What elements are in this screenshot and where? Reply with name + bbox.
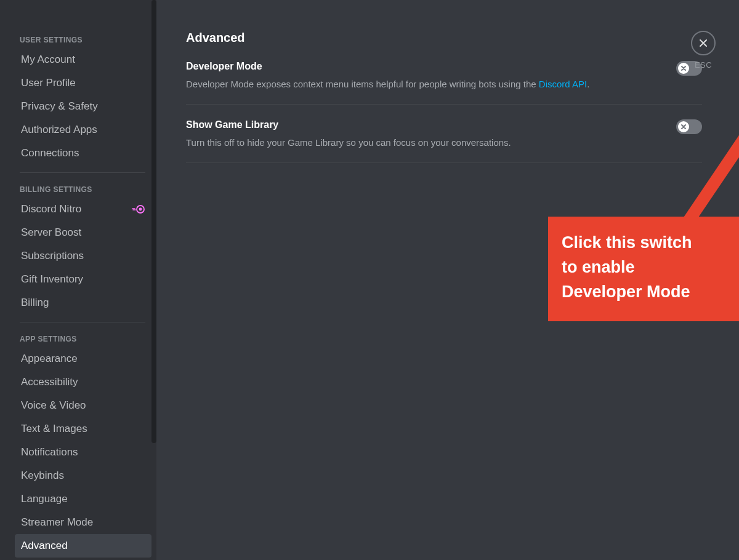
annotation-arrow-icon <box>668 92 739 234</box>
sidebar-item-label: Discord Nitro <box>21 202 81 216</box>
setting-description: Developer Mode exposes context menu item… <box>186 78 664 90</box>
section-header-app-settings: APP SETTINGS <box>15 330 151 347</box>
setting-row-show-game-library: Show Game Library Turn this off to hide … <box>186 119 702 163</box>
sidebar-item-label: Streamer Mode <box>21 516 93 529</box>
sidebar-item-label: Authorized Apps <box>21 123 97 137</box>
sidebar-divider <box>20 172 145 173</box>
sidebar-item-label: Notifications <box>21 446 78 459</box>
sidebar-item-billing[interactable]: Billing <box>15 291 151 314</box>
close-area: ESC <box>691 31 716 70</box>
setting-desc-pre: Turn this off to hide your Game Library … <box>186 137 511 148</box>
sidebar-item-my-account[interactable]: My Account <box>15 48 151 71</box>
sidebar-item-gift-inventory[interactable]: Gift Inventory <box>15 268 151 291</box>
toggle-knob <box>678 63 689 74</box>
close-icon <box>698 38 708 48</box>
settings-sidebar: USER SETTINGS My Account User Profile Pr… <box>0 0 156 560</box>
sidebar-item-label: Accessibility <box>21 375 78 389</box>
sidebar-item-label: User Profile <box>21 76 76 90</box>
close-label: ESC <box>695 60 712 70</box>
setting-description: Turn this off to hide your Game Library … <box>186 137 664 149</box>
setting-desc-post: . <box>587 79 589 89</box>
sidebar-item-privacy-safety[interactable]: Privacy & Safety <box>15 95 151 118</box>
sidebar-item-label: My Account <box>21 53 75 66</box>
sidebar-item-server-boost[interactable]: Server Boost <box>15 221 151 244</box>
sidebar-item-streamer-mode[interactable]: Streamer Mode <box>15 511 151 534</box>
sidebar-item-label: Voice & Video <box>21 399 86 412</box>
discord-api-link[interactable]: Discord API <box>539 79 587 89</box>
annotation-line: Developer Mode <box>562 282 690 301</box>
sidebar-item-keybinds[interactable]: Keybinds <box>15 464 151 487</box>
setting-desc-pre: Developer Mode exposes context menu item… <box>186 79 539 89</box>
page-title: Advanced <box>186 31 702 45</box>
setting-title: Show Game Library <box>186 119 664 130</box>
sidebar-item-label: Subscriptions <box>21 249 84 263</box>
show-game-library-toggle[interactable] <box>676 119 702 134</box>
sidebar-item-label: Gift Inventory <box>21 273 83 286</box>
sidebar-item-label: Language <box>21 492 68 506</box>
setting-row-developer-mode: Developer Mode Developer Mode exposes co… <box>186 61 702 105</box>
sidebar-item-voice-video[interactable]: Voice & Video <box>15 394 151 417</box>
setting-left: Developer Mode Developer Mode exposes co… <box>186 61 676 90</box>
setting-title: Developer Mode <box>186 61 664 72</box>
close-button[interactable] <box>691 31 716 55</box>
nitro-badge-icon <box>132 205 145 214</box>
sidebar-item-text-images[interactable]: Text & Images <box>15 417 151 441</box>
sidebar-item-label: Advanced <box>21 539 68 553</box>
sidebar-item-subscriptions[interactable]: Subscriptions <box>15 244 151 268</box>
sidebar-item-user-profile[interactable]: User Profile <box>15 71 151 95</box>
sidebar-item-accessibility[interactable]: Accessibility <box>15 370 151 394</box>
sidebar-item-label: Connections <box>21 146 79 160</box>
sidebar-scrollbar[interactable] <box>151 0 156 443</box>
settings-content: Advanced Developer Mode Developer Mode e… <box>156 0 739 560</box>
x-icon <box>680 65 687 71</box>
annotation-line: to enable <box>562 258 635 276</box>
sidebar-item-label: Server Boost <box>21 226 81 239</box>
section-header-billing-settings: BILLING SETTINGS <box>15 180 151 198</box>
sidebar-item-language[interactable]: Language <box>15 487 151 511</box>
sidebar-item-label: Privacy & Safety <box>21 100 98 113</box>
sidebar-item-authorized-apps[interactable]: Authorized Apps <box>15 118 151 142</box>
sidebar-item-connections[interactable]: Connections <box>15 142 151 165</box>
sidebar-item-label: Text & Images <box>21 422 87 436</box>
svg-point-1 <box>139 208 142 211</box>
sidebar-item-label: Appearance <box>21 352 78 366</box>
sidebar-item-label: Billing <box>21 296 49 310</box>
setting-left: Show Game Library Turn this off to hide … <box>186 119 676 149</box>
settings-window: USER SETTINGS My Account User Profile Pr… <box>0 0 739 560</box>
sidebar-item-discord-nitro[interactable]: Discord Nitro <box>15 198 151 221</box>
x-icon <box>680 124 687 130</box>
annotation-callout: Click this switch to enable Developer Mo… <box>548 217 739 321</box>
sidebar-item-notifications[interactable]: Notifications <box>15 441 151 464</box>
sidebar-divider <box>20 322 145 322</box>
sidebar-item-label: Keybinds <box>21 469 64 482</box>
sidebar-item-appearance[interactable]: Appearance <box>15 347 151 370</box>
toggle-knob <box>678 121 689 132</box>
annotation-line: Click this switch <box>562 233 692 252</box>
section-header-user-settings: USER SETTINGS <box>15 31 151 48</box>
sidebar-item-advanced[interactable]: Advanced <box>15 534 151 558</box>
